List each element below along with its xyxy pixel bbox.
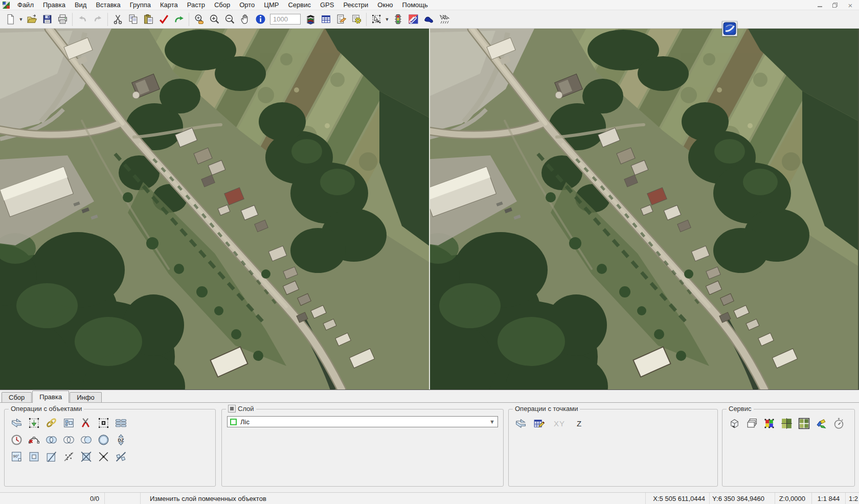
group-objects-button[interactable] bbox=[62, 416, 76, 430]
menu-raster[interactable]: Растр bbox=[183, 0, 210, 10]
insert-vertex-button[interactable] bbox=[27, 416, 41, 430]
layer-combobox[interactable]: Ліс ▼ bbox=[227, 416, 498, 427]
outline-circles-button[interactable] bbox=[62, 433, 76, 447]
coordinate-y: Y:6 350 364,9460 bbox=[710, 493, 775, 504]
menu-collect[interactable]: Сбор bbox=[210, 0, 235, 10]
menu-window[interactable]: Окно bbox=[373, 0, 397, 10]
select-mode-button[interactable] bbox=[369, 12, 384, 27]
zoom-in-button[interactable] bbox=[207, 12, 222, 27]
edit-coordinates-button[interactable] bbox=[532, 417, 546, 430]
spline-button[interactable] bbox=[421, 12, 436, 27]
delete-cross-button[interactable] bbox=[79, 450, 93, 464]
tab-collect[interactable]: Сбор bbox=[2, 392, 32, 402]
zoom-select-button[interactable] bbox=[191, 12, 207, 27]
restore-button[interactable] bbox=[827, 0, 843, 10]
spline-icon bbox=[423, 14, 434, 25]
z-button[interactable]: Z bbox=[577, 419, 581, 428]
map-pane-left[interactable] bbox=[0, 29, 429, 390]
union-circles-button[interactable] bbox=[44, 433, 58, 447]
selection-plus-icon bbox=[97, 417, 110, 429]
table-button[interactable] bbox=[318, 12, 333, 27]
intersection-point-button[interactable] bbox=[97, 450, 110, 464]
reverse-direction-button[interactable] bbox=[10, 416, 24, 430]
info-button[interactable] bbox=[253, 12, 268, 27]
timer-button[interactable] bbox=[832, 417, 846, 430]
attachments-button[interactable] bbox=[405, 12, 421, 27]
smooth-circle-button[interactable] bbox=[97, 433, 110, 447]
split-quadrants-button[interactable] bbox=[780, 417, 794, 430]
menu-registers[interactable]: Реєстри bbox=[338, 0, 373, 10]
insert-vertex-icon bbox=[28, 417, 40, 429]
tab-info[interactable]: Инфо bbox=[70, 392, 101, 402]
forward-button[interactable] bbox=[171, 12, 187, 27]
zoom-value-input[interactable] bbox=[270, 14, 301, 25]
3d-shapes-button[interactable] bbox=[815, 417, 828, 430]
parallel-lines-button[interactable] bbox=[114, 416, 128, 430]
print-button[interactable] bbox=[55, 12, 70, 27]
layers-button[interactable] bbox=[303, 12, 318, 27]
redo-button[interactable] bbox=[90, 12, 105, 27]
dz-arrows-icon bbox=[115, 433, 127, 446]
menu-dem[interactable]: ЦМР bbox=[259, 0, 283, 10]
cut-button[interactable] bbox=[110, 12, 125, 27]
menu-ortho[interactable]: Орто bbox=[235, 0, 259, 10]
menu-service[interactable]: Сервис bbox=[283, 0, 315, 10]
stopwatch-icon bbox=[832, 417, 845, 430]
paste-button[interactable] bbox=[141, 12, 156, 27]
pan-button[interactable] bbox=[237, 12, 253, 27]
xy-button[interactable]: XY bbox=[554, 419, 565, 428]
close-button[interactable]: × bbox=[843, 0, 858, 10]
traffic-light-button[interactable] bbox=[390, 12, 405, 27]
close-contour-button[interactable] bbox=[44, 450, 58, 464]
accept-button[interactable] bbox=[156, 12, 171, 27]
multi-cursor-button[interactable] bbox=[436, 12, 451, 27]
copy-button[interactable] bbox=[125, 12, 141, 27]
cut-object-button[interactable] bbox=[79, 416, 93, 430]
form-hand-icon bbox=[336, 14, 347, 25]
menu-help[interactable]: Помощь bbox=[398, 0, 433, 10]
properties-button[interactable] bbox=[333, 12, 349, 27]
new-dropdown[interactable]: ▼ bbox=[18, 12, 24, 27]
new-button[interactable] bbox=[3, 12, 18, 27]
red-check-icon bbox=[159, 14, 169, 25]
dz-height-button[interactable] bbox=[114, 433, 128, 447]
clock-rotate-button[interactable] bbox=[10, 433, 24, 447]
open-button[interactable] bbox=[24, 12, 39, 27]
menu-map[interactable]: Карта bbox=[155, 0, 183, 10]
sheets-button[interactable] bbox=[745, 417, 759, 430]
color-classes-button[interactable] bbox=[762, 417, 776, 430]
zoom-out-button[interactable] bbox=[222, 12, 237, 27]
menu-file[interactable]: Файл bbox=[13, 0, 38, 10]
select-mode-dropdown[interactable]: ▼ bbox=[384, 12, 390, 27]
map-scale: 1:1 844 bbox=[812, 493, 846, 504]
3d-view-button[interactable] bbox=[728, 417, 741, 430]
intersect-circles-button[interactable] bbox=[79, 433, 93, 447]
sheets-icon bbox=[745, 417, 758, 430]
arc-delete-icon bbox=[28, 433, 40, 446]
undo-button[interactable] bbox=[75, 12, 90, 27]
menu-insert[interactable]: Вставка bbox=[91, 0, 125, 10]
reverse-points-button[interactable] bbox=[514, 417, 528, 430]
layer-pin-button[interactable] bbox=[228, 405, 236, 413]
join-objects-button[interactable] bbox=[44, 416, 58, 430]
orthogonalize-button[interactable] bbox=[10, 450, 24, 464]
inner-contour-button[interactable] bbox=[27, 450, 41, 464]
coordinate-z: Z:0,0000 bbox=[775, 493, 812, 504]
google-earth-button[interactable] bbox=[722, 21, 737, 36]
merge-quadrants-button[interactable] bbox=[797, 417, 811, 430]
menu-group[interactable]: Группа bbox=[125, 0, 155, 10]
points-on-line-button[interactable] bbox=[62, 450, 76, 464]
menu-gps[interactable]: GPS bbox=[315, 0, 338, 10]
settings-button[interactable] bbox=[349, 12, 364, 27]
menu-edit[interactable]: Правка bbox=[38, 0, 70, 10]
chain-link-icon bbox=[45, 417, 58, 429]
map-pane-right[interactable] bbox=[429, 29, 858, 390]
menu-view[interactable]: Вид bbox=[70, 0, 92, 10]
minimize-button[interactable] bbox=[812, 0, 827, 10]
save-button[interactable] bbox=[39, 12, 55, 27]
delete-arc-button[interactable] bbox=[27, 433, 41, 447]
tab-edit[interactable]: Правка bbox=[32, 391, 69, 403]
app-icon bbox=[2, 1, 10, 9]
select-fragment-button[interactable] bbox=[97, 416, 110, 430]
split-line-button[interactable] bbox=[114, 450, 128, 464]
